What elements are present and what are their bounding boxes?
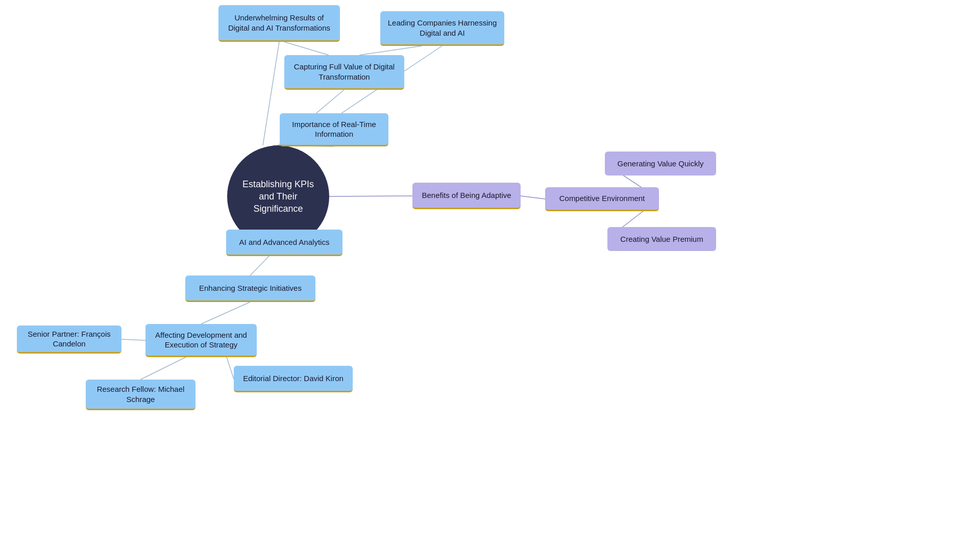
svg-line-7: [329, 196, 412, 196]
svg-line-14: [227, 357, 234, 379]
node-competitive[interactable]: Competitive Environment: [545, 187, 659, 211]
svg-line-0: [263, 42, 279, 145]
node-editorial[interactable]: Editorial Director: David Kiron: [234, 366, 353, 392]
node-realtime-label: Importance of Real-Time Information: [287, 119, 381, 139]
node-capturing-label: Capturing Full Value of Digital Transfor…: [291, 62, 397, 82]
svg-line-3: [284, 42, 329, 55]
node-ai-analytics[interactable]: AI and Advanced Analytics: [226, 230, 342, 256]
node-affecting-label: Affecting Development and Execution of S…: [153, 330, 250, 350]
node-underwhelming[interactable]: Underwhelming Results of Digital and AI …: [218, 5, 340, 42]
node-realtime[interactable]: Importance of Real-Time Information: [280, 113, 388, 146]
node-underwhelming-label: Underwhelming Results of Digital and AI …: [226, 13, 333, 33]
svg-line-13: [121, 339, 145, 340]
svg-line-12: [201, 302, 250, 324]
node-enhancing[interactable]: Enhancing Strategic Initiatives: [185, 276, 315, 302]
node-capturing[interactable]: Capturing Full Value of Digital Transfor…: [284, 55, 404, 90]
center-label: Establishing KPIs and Their Significance: [237, 178, 319, 215]
node-benefits[interactable]: Benefits of Being Adaptive: [412, 183, 521, 209]
node-generating-label: Generating Value Quickly: [618, 159, 704, 169]
svg-line-8: [521, 196, 545, 199]
node-enhancing-label: Enhancing Strategic Initiatives: [199, 283, 302, 293]
svg-line-11: [250, 256, 269, 276]
svg-line-15: [140, 357, 186, 380]
node-research[interactable]: Research Fellow: Michael Schrage: [86, 380, 195, 410]
node-affecting[interactable]: Affecting Development and Execution of S…: [145, 324, 257, 357]
node-leading-label: Leading Companies Harnessing Digital and…: [387, 18, 497, 38]
svg-line-4: [359, 46, 422, 55]
node-creating-label: Creating Value Premium: [620, 234, 703, 244]
node-benefits-label: Benefits of Being Adaptive: [422, 190, 511, 201]
node-ai-analytics-label: AI and Advanced Analytics: [239, 237, 330, 247]
node-generating[interactable]: Generating Value Quickly: [605, 152, 716, 176]
node-research-label: Research Fellow: Michael Schrage: [93, 384, 188, 404]
node-senior-partner-label: Senior Partner: François Candelon: [24, 329, 114, 349]
node-creating[interactable]: Creating Value Premium: [607, 227, 716, 251]
node-senior-partner[interactable]: Senior Partner: François Candelon: [17, 325, 121, 354]
node-competitive-label: Competitive Environment: [559, 193, 645, 204]
node-editorial-label: Editorial Director: David Kiron: [243, 373, 344, 384]
node-leading[interactable]: Leading Companies Harnessing Digital and…: [380, 11, 504, 46]
